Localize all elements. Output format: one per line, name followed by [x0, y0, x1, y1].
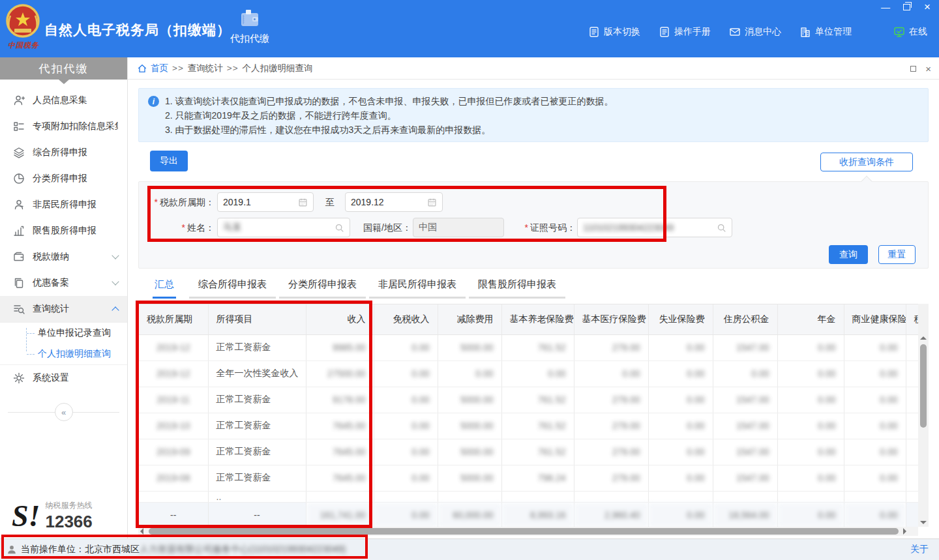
sidebar-item[interactable]: 税款缴纳	[0, 244, 127, 270]
sidebar-item[interactable]: 专项附加扣除信息采集	[0, 113, 127, 140]
cell: 0.00	[777, 361, 844, 387]
gear-icon	[13, 372, 25, 384]
summary-row: ----161,741.000.0060,000.008,993.162,960…	[139, 502, 918, 527]
header-menu-item[interactable]: 操作手册	[659, 26, 711, 38]
cell: 2019-11	[139, 387, 208, 413]
breadcrumb-home[interactable]: 首页	[151, 63, 168, 74]
person-icon	[13, 199, 25, 211]
column-header: 所得项目	[208, 304, 306, 334]
tab-item[interactable]: 分类所得申报表	[279, 278, 366, 299]
cell	[906, 439, 918, 465]
sidebar-collapse-button[interactable]: «	[55, 403, 73, 421]
chevron-up-icon	[112, 306, 119, 314]
cell	[906, 502, 918, 527]
export-button[interactable]: 导出	[150, 151, 188, 171]
tab-active[interactable]: 汇总	[153, 278, 176, 299]
bar-chart-icon	[13, 225, 25, 237]
name-input[interactable]: 马某	[217, 218, 350, 237]
scroll-right-icon[interactable]	[903, 528, 906, 535]
tab-withholding[interactable]: 代扣代缴	[224, 9, 275, 57]
cell: 279.00	[574, 387, 648, 413]
cell	[906, 465, 918, 491]
cell: 1547.00	[713, 334, 777, 361]
cell: 5000.00	[438, 413, 501, 439]
tab-item[interactable]: 综合所得申报表	[189, 278, 276, 299]
cell: 161,741.00	[306, 502, 374, 527]
tab-item[interactable]: 非居民所得申报表	[369, 278, 466, 299]
column-header: 收入	[306, 304, 374, 334]
cell: 0.00	[844, 413, 906, 439]
cell	[844, 491, 906, 502]
breadcrumb-item[interactable]: 查询统计	[188, 63, 223, 74]
cell: 761.52	[501, 413, 574, 439]
scroll-left-icon[interactable]	[140, 528, 143, 535]
nationality-input[interactable]: 中国	[413, 218, 504, 237]
sidebar-item[interactable]: 非居民所得申报	[0, 192, 127, 218]
period-to-label: 至	[320, 192, 340, 212]
sidebar-item[interactable]: 限售股所得申报	[0, 218, 127, 244]
sidebar-item[interactable]: 优惠备案	[0, 270, 127, 296]
name-label: *姓名：	[139, 218, 215, 237]
calendar-icon	[427, 198, 437, 207]
panel-close-icon[interactable]: ×	[925, 64, 931, 74]
sidebar-item[interactable]: 综合所得申报	[0, 140, 127, 166]
header-menu-item[interactable]: 消息中心	[729, 26, 781, 38]
cell: 0.00	[648, 387, 713, 413]
cell: 0.00	[713, 361, 777, 387]
cell	[906, 387, 918, 413]
cell	[306, 491, 374, 502]
chevron-down-icon	[112, 252, 119, 259]
info-icon: i	[148, 96, 159, 107]
layers-icon	[13, 147, 25, 158]
cell: 5000.00	[438, 387, 501, 413]
sidebar-item[interactable]: 分类所得申报	[0, 166, 127, 192]
cell: 0.00	[777, 439, 844, 465]
sidebar-item[interactable]: 查询统计	[0, 296, 127, 322]
vertical-scrollbar[interactable]	[918, 304, 929, 527]
header-menu-item[interactable]: 在线	[893, 26, 927, 38]
about-link[interactable]: 关于	[910, 544, 929, 555]
tab-item[interactable]: 限售股所得申报表	[469, 278, 565, 299]
cell	[906, 413, 918, 439]
sidebar-nav: 人员信息采集 专项附加扣除信息采集 综合所得申报 分类所得申报 非居民所得申报 …	[0, 80, 127, 391]
id-number-input[interactable]: 110102199304223049	[577, 218, 732, 237]
sidebar-subitem[interactable]: 单位申报记录查询	[0, 323, 127, 344]
vertical-scroll-thumb[interactable]	[920, 344, 927, 428]
sidebar-item-settings[interactable]: 系统设置	[0, 365, 127, 391]
cell: 0.00	[374, 334, 438, 361]
header-menu-item[interactable]: 单位管理	[799, 26, 852, 38]
restore-icon[interactable]	[901, 3, 912, 12]
sidebar-subitem[interactable]: 个人扣缴明细查询	[0, 344, 127, 364]
collapse-filters-button[interactable]: 收折查询条件	[820, 153, 913, 171]
cell: 9178.00	[306, 387, 374, 413]
period-from-input[interactable]: 2019.1	[217, 192, 314, 212]
minimize-icon[interactable]: —	[880, 3, 891, 12]
scroll-down-icon[interactable]	[920, 521, 927, 524]
table-row: 2019-10正常工资薪金7645.000.005000.00761.52279…	[139, 413, 918, 439]
cell: 0.00	[374, 465, 438, 491]
cell: 5000.00	[438, 334, 501, 361]
sidebar-section-title: 代扣代缴	[0, 57, 127, 80]
search-button[interactable]: 查询	[829, 245, 868, 264]
breadcrumb-current: 个人扣缴明细查询	[243, 63, 313, 74]
panel-maximize-icon[interactable]	[910, 66, 916, 72]
cell: 2019-09	[139, 439, 208, 465]
person-add-icon	[13, 95, 25, 106]
cell: 0.00	[574, 361, 648, 387]
cell: 正常工资薪金	[208, 439, 306, 465]
header-menu-item[interactable]: 版本切换	[588, 26, 640, 38]
horizontal-scroll-thumb[interactable]	[149, 528, 899, 535]
horizontal-scrollbar[interactable]	[138, 527, 918, 536]
cell: 279.00	[574, 465, 648, 491]
hotline-caption: 纳税服务热线	[45, 500, 92, 511]
period-to-input[interactable]: 2019.12	[345, 192, 443, 212]
copy-icon	[13, 277, 25, 289]
scroll-up-icon[interactable]	[920, 336, 927, 340]
cell: 7645.00	[306, 439, 374, 465]
sidebar-item[interactable]: 人员信息采集	[0, 87, 127, 113]
cell: 8,993.16	[501, 502, 574, 527]
column-header: 基本医疗保险费	[574, 304, 648, 334]
reset-button[interactable]: 重置	[878, 245, 916, 264]
close-icon[interactable]: ×	[922, 3, 932, 12]
cell: 1547.00	[713, 465, 777, 491]
